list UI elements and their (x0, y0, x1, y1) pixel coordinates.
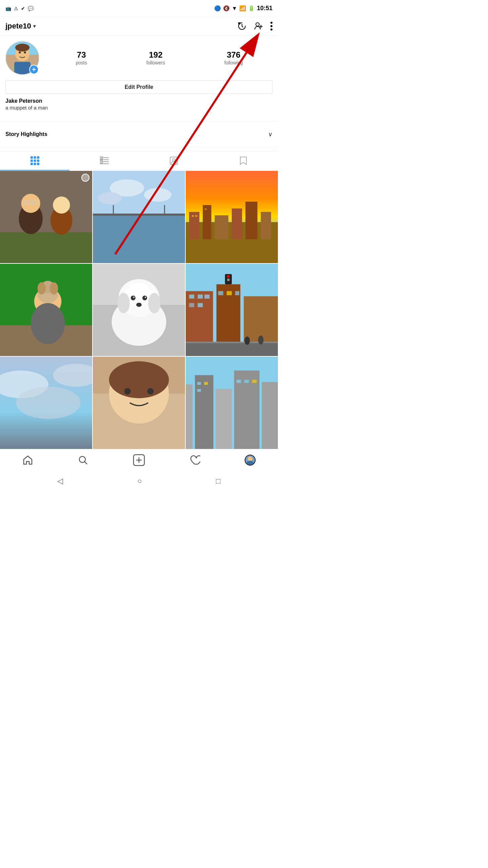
svg-rect-120 (197, 382, 201, 385)
mute-icon: 🔇 (223, 5, 230, 12)
svg-point-74 (142, 296, 147, 300)
divider-1 (0, 121, 278, 122)
svg-rect-56 (205, 209, 206, 210)
home-button[interactable]: ○ (137, 477, 142, 486)
following-stat[interactable]: 376 following (224, 51, 243, 65)
svg-rect-121 (204, 382, 208, 385)
wifi-icon: ▼ (232, 5, 237, 12)
svg-rect-94 (218, 291, 223, 295)
add-person-button[interactable] (253, 21, 264, 31)
chevron-down-icon: ∨ (268, 131, 272, 138)
back-button[interactable]: ◁ (57, 477, 63, 486)
followers-count: 192 (149, 51, 162, 59)
more-button[interactable] (270, 22, 272, 31)
svg-rect-17 (37, 160, 39, 162)
svg-rect-90 (198, 295, 203, 299)
svg-rect-112 (186, 384, 192, 449)
svg-rect-97 (186, 342, 278, 356)
grid-photo-5[interactable] (93, 264, 185, 356)
svg-point-77 (136, 303, 142, 307)
notification-icon: 📺 (5, 6, 11, 11)
photo-grid (0, 171, 278, 449)
svg-rect-52 (245, 202, 257, 239)
story-highlights-label: Story Highlights (5, 131, 47, 137)
profile-nav-avatar (245, 455, 256, 466)
add-story-button[interactable]: + (29, 65, 39, 74)
svg-rect-113 (195, 375, 213, 449)
username-label: jpete10 (5, 22, 31, 31)
grid-photo-1[interactable] (0, 171, 92, 263)
stats-area: 73 posts 192 followers 376 following (46, 51, 272, 65)
svg-point-108 (109, 361, 169, 398)
posts-count: 73 (77, 51, 86, 59)
svg-point-75 (133, 297, 135, 298)
recent-button[interactable]: □ (216, 477, 220, 486)
svg-line-129 (85, 462, 87, 464)
tab-list[interactable] (69, 152, 139, 171)
svg-rect-42 (93, 215, 185, 263)
profile-nav-button[interactable] (245, 455, 256, 466)
grid-photo-4[interactable] (0, 264, 92, 356)
svg-rect-89 (189, 295, 194, 299)
profile-top: + 73 posts 192 followers 376 following (5, 41, 272, 75)
status-time: 10:51 (257, 5, 272, 12)
svg-point-0 (256, 23, 259, 26)
svg-point-2 (270, 25, 272, 27)
tab-tagged[interactable] (139, 152, 208, 171)
check-icon: ✔ (21, 6, 25, 11)
svg-rect-124 (244, 380, 249, 383)
svg-rect-96 (235, 291, 239, 295)
svg-rect-116 (262, 382, 278, 449)
divider-2 (0, 147, 278, 147)
svg-rect-114 (216, 389, 232, 449)
grid-photo-2[interactable] (93, 171, 185, 263)
system-bar: ◁ ○ □ (0, 471, 278, 491)
svg-rect-98 (186, 342, 278, 343)
grid-photo-8[interactable] (93, 357, 185, 449)
svg-point-73 (131, 296, 136, 300)
grid-photo-9[interactable] (186, 357, 278, 449)
grid-photo-6[interactable] (186, 264, 278, 356)
bluetooth-icon: 🔵 (214, 5, 221, 12)
nav-icon-group (237, 21, 272, 31)
svg-rect-51 (232, 209, 242, 239)
svg-rect-49 (203, 205, 211, 239)
status-bar-left-icons: 📺 ⚠ ✔ 💬 (5, 6, 34, 11)
svg-point-9 (24, 52, 26, 54)
history-button[interactable] (237, 21, 247, 31)
svg-rect-18 (30, 163, 33, 165)
search-nav-button[interactable] (78, 455, 88, 466)
add-nav-button[interactable] (133, 454, 145, 466)
svg-point-84 (227, 275, 230, 278)
grid-photo-3[interactable] (186, 171, 278, 263)
home-nav-button[interactable] (22, 455, 33, 466)
svg-rect-125 (252, 380, 257, 383)
whatsapp-icon: 💬 (28, 6, 34, 11)
profile-section: + 73 posts 192 followers 376 following E… (0, 36, 278, 117)
svg-rect-30 (0, 232, 92, 263)
svg-rect-15 (30, 160, 33, 162)
grid-photo-7[interactable] (0, 357, 92, 449)
svg-rect-48 (189, 212, 199, 239)
svg-point-128 (79, 456, 85, 462)
avatar-container[interactable]: + (5, 41, 39, 75)
story-highlights-section[interactable]: Story Highlights ∨ (0, 126, 278, 143)
svg-point-8 (19, 52, 21, 54)
svg-point-79 (148, 293, 160, 313)
svg-point-134 (248, 457, 252, 461)
posts-stat[interactable]: 73 posts (76, 51, 87, 65)
svg-rect-55 (195, 215, 197, 217)
svg-point-41 (98, 192, 122, 204)
warning-icon: ⚠ (14, 6, 18, 11)
tab-saved[interactable] (208, 152, 278, 171)
tab-grid[interactable] (0, 152, 69, 171)
username-dropdown[interactable]: jpete10 ▾ (5, 22, 36, 31)
svg-rect-53 (261, 212, 271, 239)
svg-point-109 (124, 388, 130, 394)
svg-rect-43 (93, 214, 185, 216)
post-tabs (0, 151, 278, 171)
svg-rect-11 (14, 62, 30, 74)
edit-profile-button[interactable]: Edit Profile (5, 80, 272, 94)
followers-stat[interactable]: 192 followers (146, 51, 165, 65)
heart-nav-button[interactable] (189, 455, 200, 466)
